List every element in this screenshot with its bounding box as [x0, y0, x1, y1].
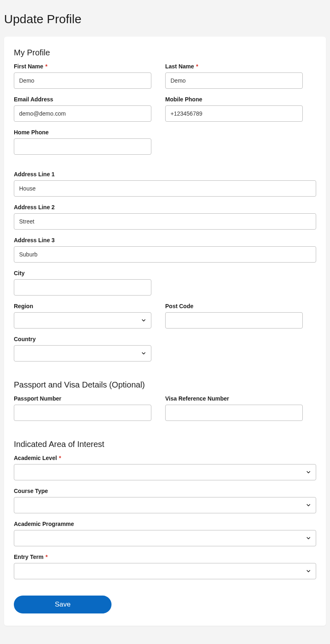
academic-programme-select[interactable]	[14, 530, 316, 546]
address3-group: Address Line 3	[14, 237, 316, 263]
last-name-field[interactable]	[165, 72, 303, 89]
section-area-of-interest: Indicated Area of Interest	[14, 440, 316, 449]
course-type-select[interactable]	[14, 497, 316, 513]
home-phone-label: Home Phone	[14, 129, 151, 136]
address1-label: Address Line 1	[14, 171, 316, 177]
academic-level-select[interactable]	[14, 464, 316, 480]
city-group: City	[14, 270, 151, 296]
course-type-label: Course Type	[14, 488, 316, 494]
entry-term-select[interactable]	[14, 563, 316, 579]
address3-field[interactable]	[14, 246, 316, 263]
mobile-phone-field[interactable]	[165, 105, 303, 122]
first-name-label: First Name *	[14, 63, 151, 70]
address1-field[interactable]	[14, 180, 316, 197]
passport-number-group: Passport Number	[14, 395, 151, 421]
address2-group: Address Line 2	[14, 204, 316, 230]
academic-level-label-text: Academic Level	[14, 455, 57, 461]
visa-reference-label: Visa Reference Number	[165, 395, 303, 402]
postcode-field[interactable]	[165, 312, 303, 329]
home-phone-field[interactable]	[14, 138, 151, 155]
required-mark: *	[59, 455, 61, 461]
country-group: Country	[14, 336, 151, 361]
academic-level-group: Academic Level *	[14, 455, 316, 480]
section-my-profile: My Profile	[14, 48, 316, 57]
visa-reference-group: Visa Reference Number	[165, 395, 303, 421]
save-button[interactable]: Save	[14, 596, 111, 613]
required-mark: *	[46, 554, 48, 560]
academic-programme-label: Academic Programme	[14, 521, 316, 527]
postcode-label: Post Code	[165, 303, 303, 309]
course-type-group: Course Type	[14, 488, 316, 513]
entry-term-group: Entry Term *	[14, 554, 316, 579]
passport-number-label: Passport Number	[14, 395, 151, 402]
profile-card: My Profile First Name * Last Name * Emai…	[4, 37, 326, 626]
region-select[interactable]	[14, 312, 151, 329]
city-field[interactable]	[14, 279, 151, 296]
region-group: Region	[14, 303, 151, 329]
email-group: Email Address	[14, 96, 151, 122]
country-select[interactable]	[14, 345, 151, 361]
country-label: Country	[14, 336, 151, 342]
last-name-label: Last Name *	[165, 63, 303, 70]
mobile-phone-label: Mobile Phone	[165, 96, 303, 103]
first-name-group: First Name *	[14, 63, 151, 89]
postcode-group: Post Code	[165, 303, 303, 329]
city-label: City	[14, 270, 151, 276]
entry-term-label: Entry Term *	[14, 554, 316, 560]
page-title: Update Profile	[4, 12, 326, 26]
passport-number-field[interactable]	[14, 405, 151, 421]
entry-term-label-text: Entry Term	[14, 554, 44, 560]
visa-reference-field[interactable]	[165, 405, 303, 421]
last-name-label-text: Last Name	[165, 63, 194, 70]
required-mark: *	[45, 63, 47, 70]
email-label: Email Address	[14, 96, 151, 103]
address1-group: Address Line 1	[14, 171, 316, 197]
academic-level-label: Academic Level *	[14, 455, 316, 461]
section-passport-visa: Passport and Visa Details (Optional)	[14, 380, 316, 390]
address2-label: Address Line 2	[14, 204, 316, 210]
email-field[interactable]	[14, 105, 151, 122]
first-name-label-text: First Name	[14, 63, 43, 70]
home-phone-group: Home Phone	[14, 129, 151, 155]
address3-label: Address Line 3	[14, 237, 316, 243]
first-name-field[interactable]	[14, 72, 151, 89]
address2-field[interactable]	[14, 213, 316, 230]
required-mark: *	[196, 63, 198, 70]
region-label: Region	[14, 303, 151, 309]
last-name-group: Last Name *	[165, 63, 303, 89]
academic-programme-group: Academic Programme	[14, 521, 316, 546]
mobile-phone-group: Mobile Phone	[165, 96, 303, 122]
